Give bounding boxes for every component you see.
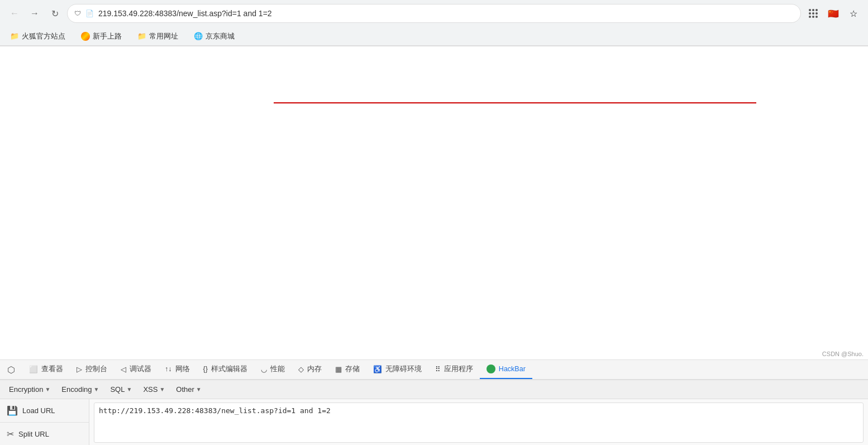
encoding-label: Encoding bbox=[61, 385, 92, 394]
accessibility-label: 无障碍环境 bbox=[385, 364, 422, 374]
tab-application[interactable]: ⠿ 应用程序 bbox=[428, 360, 480, 379]
address-bar[interactable] bbox=[98, 9, 794, 18]
tab-inspector[interactable]: ⬜ 查看器 bbox=[22, 360, 70, 379]
xss-arrow-icon: ▼ bbox=[159, 386, 165, 392]
inspector-icon: ⬜ bbox=[29, 365, 38, 373]
storage-label: 存储 bbox=[345, 364, 360, 374]
memory-label: 内存 bbox=[307, 364, 322, 374]
accessibility-icon: ♿ bbox=[373, 365, 382, 373]
performance-icon: ◡ bbox=[261, 365, 267, 373]
load-url-icon: 💾 bbox=[7, 405, 18, 416]
back-button[interactable]: ← bbox=[7, 6, 22, 21]
hackbar-label: HackBar bbox=[499, 365, 526, 373]
hackbar-logo-icon bbox=[487, 364, 495, 373]
hackbar-toolbar: Encryption ▼ Encoding ▼ SQL ▼ XSS ▼ Othe… bbox=[0, 380, 868, 399]
tab-style-editor[interactable]: {} 样式编辑器 bbox=[197, 360, 254, 379]
main-content: CSDN @Shuo. bbox=[0, 46, 868, 359]
bookmark-common-urls[interactable]: 📁 常用网址 bbox=[134, 30, 182, 42]
storage-icon: ▦ bbox=[335, 365, 342, 373]
xss-dropdown[interactable]: XSS ▼ bbox=[139, 384, 169, 395]
memory-icon: ◇ bbox=[298, 365, 304, 373]
network-label: 网络 bbox=[175, 364, 190, 374]
bookmark-newbie[interactable]: 新手上路 bbox=[78, 30, 125, 42]
encryption-arrow-icon: ▼ bbox=[45, 386, 50, 392]
other-arrow-icon: ▼ bbox=[196, 386, 202, 392]
tab-network[interactable]: ↑↓ 网络 bbox=[158, 360, 197, 379]
firefox-icon bbox=[81, 32, 90, 41]
hackbar-body: 💾 Load URL ✂ Split URL http://219.153.49… bbox=[0, 399, 868, 445]
console-label: 控制台 bbox=[85, 364, 107, 374]
nav-bar: ← → ↻ 🛡 📄 🇨🇳 ☆ bbox=[0, 0, 868, 27]
split-url-icon: ✂ bbox=[7, 429, 14, 439]
encryption-label: Encryption bbox=[9, 385, 43, 394]
devtools-pick-button[interactable]: ⬡ bbox=[0, 360, 22, 379]
tab-accessibility[interactable]: ♿ 无障碍环境 bbox=[366, 360, 428, 379]
other-dropdown[interactable]: Other ▼ bbox=[171, 384, 206, 395]
flag-button[interactable]: 🇨🇳 bbox=[826, 6, 841, 21]
browser-chrome: ← → ↻ 🛡 📄 🇨🇳 ☆ 📁 火狐官方站点 bbox=[0, 0, 868, 46]
split-url-button[interactable]: ✂ Split URL bbox=[0, 423, 89, 445]
hackbar-url-input[interactable]: http://219.153.49.228:48383/new_list.asp… bbox=[94, 403, 864, 443]
debugger-label: 调试器 bbox=[130, 364, 151, 374]
application-label: 应用程序 bbox=[444, 364, 473, 374]
nav-right-buttons: 🇨🇳 ☆ bbox=[805, 6, 861, 21]
console-icon: ▷ bbox=[77, 365, 82, 373]
bookmark-jd[interactable]: 🌐 京东商城 bbox=[190, 30, 238, 42]
tab-hackbar[interactable]: HackBar bbox=[480, 360, 532, 379]
hackbar-panel: Encryption ▼ Encoding ▼ SQL ▼ XSS ▼ Othe… bbox=[0, 380, 868, 445]
application-icon: ⠿ bbox=[435, 365, 441, 373]
reload-button[interactable]: ↻ bbox=[47, 6, 63, 21]
bookmark-label: 火狐官方站点 bbox=[22, 31, 65, 41]
load-url-button[interactable]: 💾 Load URL bbox=[0, 399, 89, 423]
tab-debugger[interactable]: ◁ 调试器 bbox=[114, 360, 158, 379]
load-url-label: Load URL bbox=[22, 406, 55, 415]
red-line bbox=[274, 102, 756, 103]
sql-label: SQL bbox=[110, 385, 125, 394]
bookmarks-bar: 📁 火狐官方站点 新手上路 📁 常用网址 🌐 京东商城 bbox=[0, 27, 868, 46]
sql-arrow-icon: ▼ bbox=[126, 386, 132, 392]
style-editor-label: 样式编辑器 bbox=[211, 364, 247, 374]
performance-label: 性能 bbox=[270, 364, 285, 374]
split-url-label: Split URL bbox=[18, 430, 49, 438]
devtools-bar: ⬡ ⬜ 查看器 ▷ 控制台 ◁ 调试器 ↑↓ 网络 {} 样式编辑器 ◡ 性能 … bbox=[0, 359, 868, 380]
inspector-label: 查看器 bbox=[41, 364, 63, 374]
encoding-dropdown[interactable]: Encoding ▼ bbox=[57, 384, 103, 395]
hackbar-buttons-panel: 💾 Load URL ✂ Split URL bbox=[0, 399, 89, 445]
encryption-dropdown[interactable]: Encryption ▼ bbox=[4, 384, 55, 395]
tab-memory[interactable]: ◇ 内存 bbox=[292, 360, 328, 379]
tab-performance[interactable]: ◡ 性能 bbox=[254, 360, 292, 379]
network-icon: ↑↓ bbox=[165, 365, 172, 373]
tab-console[interactable]: ▷ 控制台 bbox=[70, 360, 114, 379]
other-label: Other bbox=[176, 385, 194, 394]
bookmark-label: 新手上路 bbox=[93, 31, 122, 41]
bookmark-label: 常用网址 bbox=[149, 31, 178, 41]
shield-icon: 🛡 bbox=[74, 10, 81, 17]
bookmark-icon: 📁 bbox=[137, 32, 146, 40]
page-icon: 📄 bbox=[85, 10, 94, 17]
encoding-arrow-icon: ▼ bbox=[94, 386, 99, 392]
style-editor-icon: {} bbox=[203, 365, 208, 373]
sql-dropdown[interactable]: SQL ▼ bbox=[106, 384, 136, 395]
bookmark-button[interactable]: ☆ bbox=[846, 6, 861, 21]
debugger-icon: ◁ bbox=[121, 365, 126, 373]
forward-button[interactable]: → bbox=[27, 6, 42, 21]
watermark: CSDN @Shuo. bbox=[822, 351, 864, 357]
bookmark-icon: 📁 bbox=[10, 32, 19, 40]
bookmark-firefox-official[interactable]: 📁 火狐官方站点 bbox=[7, 30, 69, 42]
xss-label: XSS bbox=[143, 385, 158, 394]
hackbar-url-area: http://219.153.49.228:48383/new_list.asp… bbox=[89, 399, 868, 445]
bookmark-label: 京东商城 bbox=[206, 31, 235, 41]
tab-storage[interactable]: ▦ 存储 bbox=[328, 360, 366, 379]
qr-icon bbox=[809, 9, 818, 18]
qr-button[interactable] bbox=[805, 6, 821, 21]
address-bar-wrapper: 🛡 📄 bbox=[67, 4, 801, 23]
bookmark-icon: 🌐 bbox=[194, 32, 203, 40]
